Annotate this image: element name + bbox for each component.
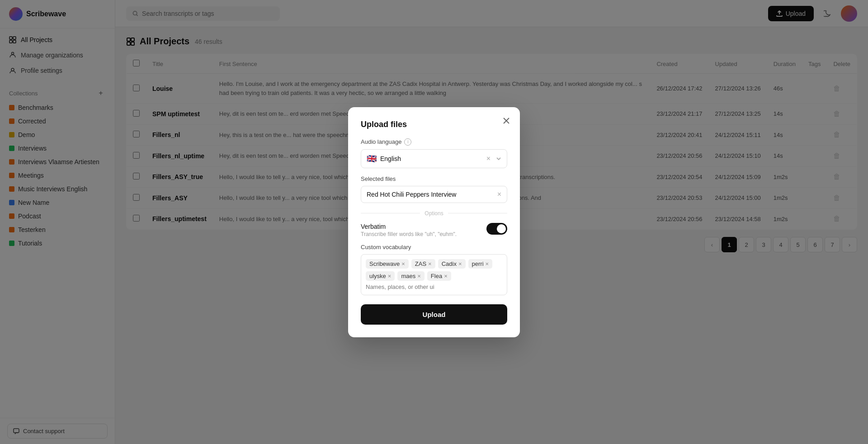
vocab-tag-remove-zas[interactable]: × (428, 260, 432, 267)
vocab-input[interactable] (366, 283, 502, 290)
custom-vocabulary-box[interactable]: Scribewave × ZAS × Cadix × perri × ulysk… (361, 254, 507, 295)
vocab-tag-zas: ZAS × (411, 259, 435, 269)
modal-close-button[interactable] (500, 114, 513, 127)
vocab-tag-remove-scribewave[interactable]: × (401, 260, 405, 267)
custom-vocab-label: Custom vocabulary (361, 244, 507, 250)
vocab-tag-remove-perri[interactable]: × (486, 260, 489, 267)
language-name: English (380, 155, 481, 162)
language-clear-button[interactable]: × (485, 155, 492, 163)
options-divider: Options (361, 210, 507, 217)
modal-upload-button[interactable]: Upload (361, 304, 507, 325)
vocab-tag-maes: maes × (397, 271, 424, 281)
verbatim-row: Verbatim Transcribe filler words like "u… (361, 223, 507, 237)
verbatim-toggle[interactable] (486, 223, 507, 235)
verbatim-description: Transcribe filler words like "uh", "euhm… (361, 231, 457, 237)
verbatim-title: Verbatim (361, 223, 457, 230)
selected-file-box: Red Hot Chili Peppers Interview × (361, 186, 507, 203)
modal-title: Upload files (361, 120, 507, 129)
selected-file-name: Red Hot Chili Peppers Interview (367, 191, 456, 198)
vocab-tag-flea: Flea × (427, 271, 451, 281)
vocab-tag-remove-ulyske[interactable]: × (388, 273, 392, 279)
vocab-tag-ulyske: ulyske × (366, 271, 395, 281)
verbatim-toggle-label[interactable] (486, 223, 507, 235)
vocab-tag-cadix: Cadix × (438, 259, 466, 269)
close-icon (503, 117, 510, 124)
language-selector[interactable]: 🇬🇧 English × (361, 149, 507, 168)
audio-language-label: Audio language i (361, 138, 507, 146)
language-flag: 🇬🇧 (367, 154, 377, 164)
vocab-tag-remove-cadix[interactable]: × (458, 260, 462, 267)
vocab-tag-remove-flea[interactable]: × (444, 273, 448, 279)
upload-modal: Upload files Audio language i 🇬🇧 English… (348, 107, 520, 337)
vocab-tag-scribewave: Scribewave × (366, 259, 409, 269)
vocab-tag-perri: perri × (468, 259, 493, 269)
verbatim-info: Verbatim Transcribe filler words like "u… (361, 223, 457, 237)
file-clear-button[interactable]: × (497, 190, 501, 198)
modal-overlay[interactable]: Upload files Audio language i 🇬🇧 English… (0, 0, 868, 444)
chevron-down-icon (496, 156, 501, 161)
info-icon[interactable]: i (404, 138, 411, 146)
vocab-tag-remove-maes[interactable]: × (417, 273, 421, 279)
selected-files-label: Selected files (361, 175, 507, 182)
